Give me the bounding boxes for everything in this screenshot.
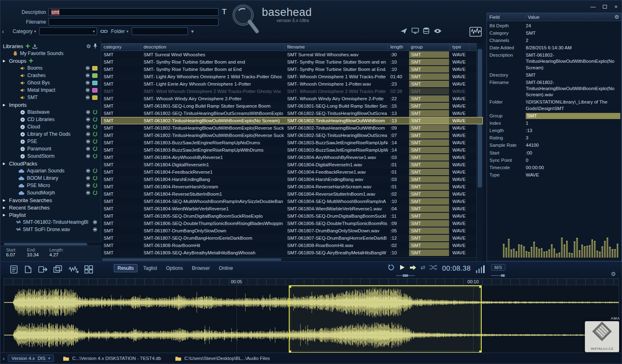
expand-arrow-icon[interactable]: ▶ bbox=[3, 162, 7, 165]
playlist-item[interactable]: SMT SciFi Drone.wav bbox=[0, 226, 101, 233]
color-chip[interactable] bbox=[92, 88, 97, 93]
table-row[interactable]: SMTSMT-061804-FeedbackReverse1SMT-061804… bbox=[101, 168, 483, 176]
waveform-panel-icon[interactable] bbox=[469, 26, 482, 38]
category-input[interactable]: ▾ bbox=[39, 27, 97, 35]
table-row[interactable]: SMTSMT-061804-ReverseHarshScreamSMT-0618… bbox=[101, 183, 483, 190]
maximize-button[interactable] bbox=[603, 5, 607, 9]
expand-arrow-icon[interactable]: ▶ bbox=[3, 206, 7, 210]
import-item[interactable]: Library of The Gods bbox=[0, 130, 101, 138]
group-item[interactable]: SMT bbox=[0, 94, 101, 101]
gear-icon[interactable]: ⚙ bbox=[86, 44, 91, 49]
details-row[interactable]: Date Added8/28/2015 6:14:30 AM bbox=[487, 44, 621, 52]
next-icon[interactable] bbox=[409, 265, 417, 271]
table-row[interactable]: SMTSMT-061802-TinitusHearingBlowOutWithB… bbox=[101, 132, 483, 139]
cloudpack-item[interactable]: PSE Micro bbox=[0, 182, 101, 189]
tab-browser[interactable]: Browser bbox=[188, 265, 213, 272]
table-hscrollbar[interactable] bbox=[101, 257, 476, 261]
libraries-header[interactable]: Libraries ⚙ bbox=[0, 42, 101, 50]
minimize-button[interactable]: — bbox=[590, 4, 595, 10]
details-row[interactable]: DirectorySMT bbox=[487, 71, 621, 79]
remove-icon[interactable] bbox=[86, 154, 91, 159]
tab-online[interactable]: Online bbox=[215, 265, 236, 272]
details-row[interactable]: Start:00 bbox=[487, 149, 621, 157]
expand-arrow-icon[interactable]: ▶ bbox=[3, 59, 7, 63]
refresh-icon[interactable] bbox=[93, 176, 97, 181]
chevron-left-icon[interactable]: ‹ bbox=[2, 28, 4, 35]
import-item[interactable]: Cloud bbox=[0, 123, 101, 130]
table-row[interactable]: SMTSMT- Synthy Rise Turbine Stutter Boom… bbox=[101, 66, 483, 73]
table-header[interactable]: categorydescriptionfilenamelengthgroupty… bbox=[101, 43, 483, 51]
group-item[interactable]: Metal Impact bbox=[0, 86, 101, 94]
details-row[interactable]: FilenameSMT-061802-TinitusHearingBlowOut… bbox=[487, 79, 621, 99]
details-row[interactable]: Folder\\DISKSTATION\Library\_Library of … bbox=[487, 99, 621, 112]
import-item[interactable]: Blastwave bbox=[0, 108, 101, 116]
remove-icon[interactable] bbox=[85, 66, 90, 71]
import-item[interactable]: SoundStorm bbox=[0, 152, 101, 160]
cloudpack-item[interactable]: SoundMorph bbox=[0, 189, 101, 196]
remove-icon[interactable] bbox=[85, 95, 90, 100]
remove-icon[interactable] bbox=[93, 220, 97, 225]
remove-icon[interactable] bbox=[86, 146, 91, 151]
table-row[interactable]: SMTSMT-061805-SEQ-DrumDigitalBangBoomSuc… bbox=[101, 212, 483, 220]
table-row[interactable]: SMTSMT-061803-BuzzSawJetEngineRiseRampUp… bbox=[101, 146, 483, 154]
table-row[interactable]: SMTSMT-061806-SEQ-DoubleThumpSonicBoomRi… bbox=[101, 220, 483, 227]
ms-slider[interactable] bbox=[491, 274, 505, 277]
table-vscrollbar[interactable] bbox=[476, 43, 483, 261]
category-dropdown[interactable]: Category▾ bbox=[13, 29, 36, 34]
column-header-description[interactable]: description bbox=[141, 44, 285, 51]
export-icon[interactable] bbox=[38, 265, 48, 274]
column-header-length[interactable]: length bbox=[388, 44, 408, 51]
volume-bars[interactable] bbox=[476, 265, 485, 273]
link-icon[interactable] bbox=[100, 29, 108, 33]
images-icon[interactable] bbox=[53, 265, 63, 274]
refresh-icon[interactable] bbox=[93, 132, 97, 137]
remove-icon[interactable] bbox=[85, 73, 90, 78]
waveform-view[interactable]: 00:05 00:10 bbox=[4, 278, 619, 353]
gear-icon[interactable]: ⚙ bbox=[614, 14, 619, 20]
details-row[interactable]: TypeWAVE bbox=[487, 172, 621, 179]
remove-icon[interactable] bbox=[86, 168, 91, 173]
table-row[interactable]: SMTSMT-061801-SEQ-Long Build Ramp Stutte… bbox=[101, 102, 483, 110]
description-input[interactable]: smt bbox=[49, 8, 219, 16]
layout-icon[interactable] bbox=[84, 265, 94, 274]
table-row[interactable]: SMTSMT- Wind Whoosh Omnisphere 2 Wild Tr… bbox=[101, 88, 483, 95]
playlist-header[interactable]: ▶ Playlist bbox=[0, 211, 101, 218]
value-column-header[interactable]: Value bbox=[526, 15, 614, 20]
refresh-icon[interactable] bbox=[93, 110, 97, 115]
group-item[interactable]: Crashes bbox=[0, 72, 101, 79]
folder-dropdown[interactable]: Folder▾ bbox=[111, 29, 128, 34]
table-row[interactable]: SMTSMT-061802-TinitusHearingBlowOutWithB… bbox=[101, 117, 483, 124]
table-row[interactable]: SMTSMT-061804-DigitalReverseIn1SMT-06180… bbox=[101, 161, 483, 168]
details-row[interactable]: Timecode00:00:00 bbox=[487, 164, 621, 171]
remove-icon[interactable] bbox=[85, 80, 90, 85]
column-header-group[interactable]: group bbox=[408, 44, 450, 51]
remove-icon[interactable] bbox=[93, 227, 97, 232]
details-row[interactable]: DescriptionSMT-061802-TinitusHearingBlow… bbox=[487, 52, 621, 72]
column-header-type[interactable]: type bbox=[450, 44, 469, 51]
play-button[interactable] bbox=[399, 264, 405, 271]
details-row[interactable]: Bit Depth24 bbox=[487, 22, 621, 29]
remove-icon[interactable] bbox=[86, 190, 91, 195]
gear-icon[interactable]: ⚙ bbox=[611, 271, 616, 277]
color-chip[interactable] bbox=[92, 95, 97, 100]
details-row[interactable]: GroupSMT bbox=[487, 112, 621, 119]
table-row[interactable]: SMTSMT-061804-AiryWhooshByReverse1SMT-06… bbox=[101, 154, 483, 161]
waveform-export-icon[interactable] bbox=[68, 265, 79, 274]
table-row[interactable]: SMTSMT-061804-WierdWarbleVerbReverse1SMT… bbox=[101, 205, 483, 212]
favorite-searches-header[interactable]: ▶ Favorite Searches bbox=[0, 196, 101, 204]
table-row[interactable]: SMTSMT- Whoosh Windy Airy Omnisphere 2-P… bbox=[101, 95, 483, 102]
table-row[interactable]: SMTSMT-061804-HarshEndingBangSMT-061804-… bbox=[101, 176, 483, 183]
details-row[interactable]: Channels2 bbox=[487, 37, 621, 44]
recent-searches-header[interactable]: ▶ Recent Searches bbox=[0, 204, 101, 211]
table-row[interactable]: SMTSMT-061802-TinitusHearingBlowOutWithB… bbox=[101, 124, 483, 132]
group-item[interactable]: Ghost Bys bbox=[0, 79, 101, 86]
chevron-down-icon[interactable]: ▾ bbox=[191, 29, 194, 34]
color-chip[interactable] bbox=[92, 73, 97, 78]
cloudpack-item[interactable]: BOOM Library bbox=[0, 174, 101, 182]
waveform-selection[interactable] bbox=[289, 285, 482, 353]
groups-header[interactable]: ▶ Groups bbox=[0, 57, 101, 64]
table-row[interactable]: SMTSMT- Light Eerie Airy Whoosh Omnisphe… bbox=[101, 80, 483, 88]
details-row[interactable]: CategorySMT bbox=[487, 29, 621, 37]
import-icon[interactable] bbox=[32, 44, 38, 49]
table-row[interactable]: SMTSMT-061809-SEQ-AiryBreathyMetalHitsBa… bbox=[101, 249, 483, 256]
